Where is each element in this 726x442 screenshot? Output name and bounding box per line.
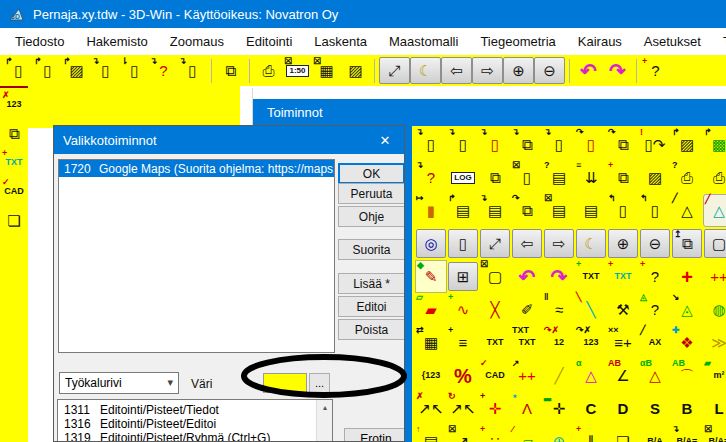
add-text-icon[interactable]: TXT+ (575, 260, 607, 293)
peruuta-button[interactable]: Peruuta (338, 183, 405, 204)
text-icon[interactable]: TXT (479, 326, 511, 359)
menu-zoomaus[interactable]: Zoomaus (159, 29, 235, 54)
add-view-button[interactable]: ⊞ (448, 262, 478, 291)
fit-view-button[interactable]: ⤢ (480, 229, 510, 258)
pan-view-button[interactable]: ☾ (576, 229, 606, 258)
vector-arc-icon[interactable]: ↗↖↻ (447, 392, 479, 425)
menu-laskenta[interactable]: Laskenta (303, 29, 378, 54)
print-icon[interactable]: ⎙ (254, 57, 283, 84)
notepad-question-icon[interactable]: ▤? (543, 161, 575, 194)
letter-c-icon[interactable]: C (575, 392, 607, 425)
polygon-shapes-icon[interactable]: ▰▱ (415, 293, 447, 326)
menu-kairaus[interactable]: Kairaus (567, 29, 633, 54)
view-forward-button[interactable]: ⇨ (544, 229, 574, 258)
vector-x-icon[interactable]: ↗↖✗ (415, 392, 447, 425)
object-arrow-icon[interactable]: ◬↘ (671, 293, 703, 326)
hatch-doc-icon[interactable]: ▨ (341, 57, 370, 84)
cross-lines-icon[interactable]: ╳ (479, 293, 511, 326)
scatter-points-icon[interactable]: ∷+ (479, 425, 511, 442)
zoom-out-button[interactable]: ⊖ (640, 229, 670, 258)
available-functions-list[interactable]: 1311Editointi/Pisteet/Tiedot1316Editoint… (57, 399, 333, 442)
wrench-icon[interactable]: ⚒ (607, 293, 639, 326)
export-docs-icon[interactable]: ⧉↷ (511, 194, 543, 227)
view-back-button[interactable]: ⇦ (441, 57, 472, 84)
list-item[interactable]: 1311Editointi/Pisteet/Tiedot (58, 403, 332, 417)
export-alert-icon[interactable]: ▯↷! (639, 128, 671, 161)
scroll-up-icon[interactable]: ▴ (317, 400, 333, 415)
save-unknown-icon[interactable]: ?↴ (415, 161, 447, 194)
percent-icon[interactable]: % (447, 359, 479, 392)
save-pages-icon[interactable]: ⧉↴ (511, 128, 543, 161)
page-setup-icon[interactable]: ▦☒ (312, 57, 341, 84)
add-arrow-icon[interactable]: ++↗ (511, 359, 543, 392)
save-copy-icon[interactable]: ▯⇂ (120, 57, 149, 84)
zigzag-lines-icon[interactable]: ≈‖ (543, 293, 575, 326)
edit-codes-icon[interactable]: ≡+×× (607, 326, 639, 359)
letter-l-icon[interactable]: L (703, 392, 726, 425)
edit-file-icon[interactable]: ▤↱ (447, 194, 479, 227)
poista-button[interactable]: Poista (338, 319, 405, 340)
pages-view-button[interactable]: ⧉↥ (672, 229, 702, 258)
triangle-ab-icon[interactable]: △αB (639, 359, 671, 392)
new-view-button[interactable]: ▯ (448, 229, 478, 258)
redo-icon[interactable]: ↷ (543, 260, 575, 293)
renumber-123-icon[interactable]: 123↷✗ (575, 326, 607, 359)
axes-checkbox-icon[interactable]: ↗☒ (447, 425, 479, 442)
menu-maastomalli[interactable]: Maastomalli (378, 29, 469, 54)
ok-button[interactable]: OK (338, 163, 405, 184)
close-icon[interactable]: ✕ (374, 131, 396, 149)
checkbox-view-icon[interactable]: ▢☒ (479, 260, 511, 293)
save-unknown-icon[interactable]: ?↴ (149, 57, 178, 84)
globe-icon[interactable]: ◍ (703, 293, 726, 326)
ratio-arrow-icon[interactable]: B/A=↴ (671, 425, 703, 442)
angle-ab-icon[interactable]: ∠AB (607, 359, 639, 392)
compass-icon[interactable]: ⊕ (543, 425, 575, 442)
box-3d-icon[interactable]: ❏ (607, 425, 639, 442)
add-text-icon[interactable]: TXT+ (1, 149, 27, 176)
renumber-12-icon[interactable]: 12↷✗ (543, 326, 575, 359)
curve-ab-icon[interactable]: ⌒AB (671, 359, 703, 392)
lisaa-button[interactable]: Lisää * (338, 273, 405, 294)
save-file-icon[interactable]: ▯↴ (91, 57, 120, 84)
copy-pages-icon[interactable]: ⧉ (216, 57, 245, 84)
checkbox-doc-icon[interactable]: ▯☒ (511, 161, 543, 194)
ohje-button[interactable]: Ohje (338, 206, 405, 227)
zoom-out-button[interactable]: ⊖ (534, 57, 565, 84)
open-pattern-icon[interactable]: ▨↱ (62, 57, 91, 84)
menu-tiedosto[interactable]: Tiedosto (4, 29, 75, 54)
notepad-up-icon[interactable]: ▤↑ (415, 425, 447, 442)
export-pattern-icon[interactable]: ▨↱ (671, 128, 703, 161)
menu-hakemisto[interactable]: Hakemisto (75, 29, 158, 54)
suorita-button[interactable]: Suorita (338, 239, 405, 260)
import-link-icon[interactable]: ▯↰ (607, 194, 639, 227)
blocks-swap-icon[interactable]: ▦⇄ (415, 326, 447, 359)
toolbar-select[interactable]: Työkalurivi ▾ (59, 372, 179, 394)
fit-view-button[interactable]: ⤢ (379, 57, 410, 84)
menu-functions-list[interactable]: 1720 Google Maps (Suorita ohjelma: https… (58, 159, 335, 353)
print-preview-icon[interactable]: ⎙? (671, 161, 703, 194)
log-file-icon[interactable]: LOG (447, 161, 479, 194)
color-swatch[interactable] (263, 373, 307, 393)
lines-triangle-2-icon[interactable]: △╱ (703, 194, 726, 227)
save-file-2-icon[interactable]: ▯↴ (543, 128, 575, 161)
add-line-icon[interactable]: ∿+ (447, 293, 479, 326)
text-doc-icon[interactable]: ▤ (575, 194, 607, 227)
blank-view-button[interactable]: ▢ (704, 229, 726, 258)
symbol-editor-icon[interactable]: ❖✚ (671, 326, 703, 359)
help-add-icon[interactable]: ?+ (641, 57, 670, 84)
draw-style-icon[interactable]: ✎◆ (415, 260, 447, 293)
multi-text-icon[interactable]: TXTTXT (511, 326, 543, 359)
cad-check-icon[interactable]: CAD✓ (479, 359, 511, 392)
hatch-doc-icon[interactable]: ▨ (639, 161, 671, 194)
save-file-2-icon[interactable]: ▯↴ (178, 57, 207, 84)
cyan-line-icon[interactable]: ╲╲ (575, 293, 607, 326)
add-text-cyan-icon[interactable]: TXT+ (607, 260, 639, 293)
pole-icon[interactable]: ✛▂ (543, 392, 575, 425)
box-3d-icon[interactable]: ❏ (1, 207, 27, 234)
open-file-icon[interactable]: ▯↱ (4, 57, 33, 84)
tripod-icon[interactable]: Λ⋆ (511, 392, 543, 425)
export-file-icon[interactable]: ▯↷ (575, 128, 607, 161)
letter-d-icon[interactable]: D (607, 392, 639, 425)
hatch-move-icon[interactable]: ≫ (703, 326, 726, 359)
undo-icon[interactable]: ↶ (511, 260, 543, 293)
